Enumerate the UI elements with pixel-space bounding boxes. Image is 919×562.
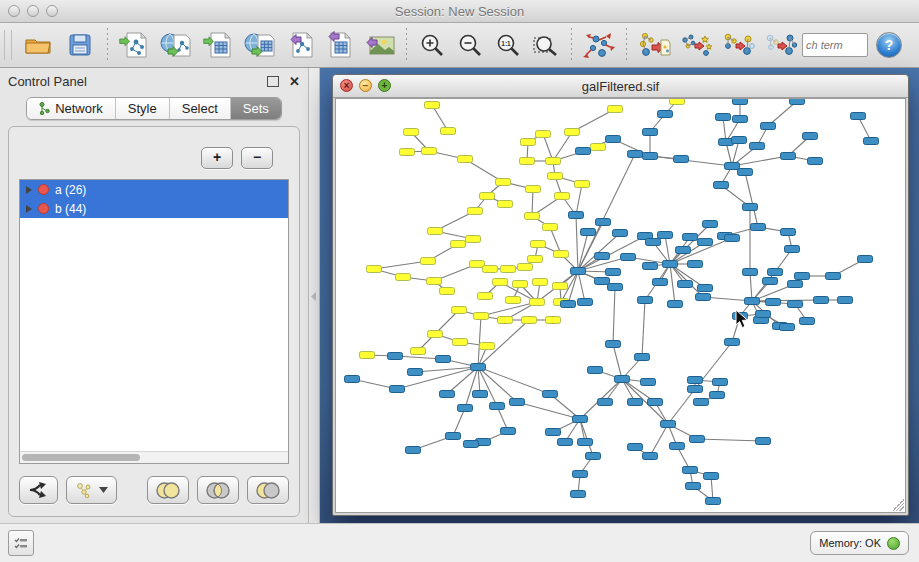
network-canvas[interactable] xyxy=(335,98,906,513)
graph-node-blue xyxy=(578,299,593,306)
show-all-button[interactable] xyxy=(760,27,800,63)
zoom-actual-size-button[interactable]: 1:1 xyxy=(490,27,526,63)
set-row[interactable]: b (44) xyxy=(20,199,288,218)
set-row[interactable]: a (26) xyxy=(20,180,288,199)
collapse-panel-arrow-icon[interactable] xyxy=(311,292,316,301)
set-intersection-button[interactable] xyxy=(197,476,239,504)
import-table-url-icon xyxy=(244,30,278,60)
main-area: Control Panel ✕ Network Style Select xyxy=(0,68,919,523)
tab-network[interactable]: Network xyxy=(27,98,116,119)
graph-node-blue xyxy=(501,428,516,435)
close-window-button[interactable] xyxy=(8,5,20,17)
graph-node-yellow xyxy=(526,186,541,193)
add-set-button[interactable]: + xyxy=(201,147,233,169)
network-frame-titlebar[interactable]: × − + galFiltered.sif xyxy=(333,75,908,98)
frame-resize-grip[interactable] xyxy=(892,499,904,511)
tab-style[interactable]: Style xyxy=(116,98,170,119)
toolbar-separator xyxy=(406,28,407,62)
graph-node-blue xyxy=(761,123,776,130)
graph-node-blue xyxy=(643,129,658,136)
split-icon xyxy=(28,481,50,499)
network-view-frame[interactable]: × − + galFiltered.sif xyxy=(332,74,909,516)
graph-node-blue xyxy=(733,99,748,105)
expander-triangle-icon[interactable] xyxy=(26,205,32,213)
tab-sets-label: Sets xyxy=(243,101,269,116)
import-table-file-button[interactable] xyxy=(199,27,239,63)
graph-node-blue xyxy=(663,261,678,268)
graph-node-blue xyxy=(743,269,758,276)
panel-splitter[interactable] xyxy=(309,68,320,523)
zoom-out-button[interactable] xyxy=(452,27,488,63)
set-actions: + − xyxy=(17,135,291,179)
export-table-button[interactable] xyxy=(321,27,357,63)
scrollbar-thumb[interactable] xyxy=(22,454,140,461)
zoom-window-button[interactable] xyxy=(46,5,58,17)
new-network-from-selection-button[interactable] xyxy=(634,27,674,63)
tab-sets[interactable]: Sets xyxy=(231,98,281,119)
graph-node-yellow xyxy=(575,181,590,188)
zoom-in-button[interactable] xyxy=(414,27,450,63)
svg-text:1:1: 1:1 xyxy=(501,40,511,47)
memory-status-badge[interactable]: Memory: OK xyxy=(810,531,909,555)
open-session-button[interactable] xyxy=(18,27,58,63)
task-history-button[interactable] xyxy=(8,530,34,556)
set-union-button[interactable] xyxy=(147,476,189,504)
float-panel-icon[interactable] xyxy=(267,76,279,87)
graph-node-yellow xyxy=(506,297,521,304)
export-network-button[interactable] xyxy=(283,27,319,63)
graph-node-yellow xyxy=(451,241,466,248)
frame-minimize-button[interactable]: − xyxy=(359,79,372,92)
hide-selected-button[interactable] xyxy=(718,27,758,63)
zoom-fit-selected-button[interactable] xyxy=(528,27,564,63)
import-table-url-button[interactable] xyxy=(241,27,281,63)
graph-node-yellow xyxy=(554,251,569,258)
save-floppy-icon xyxy=(67,32,93,58)
graph-node-yellow xyxy=(400,149,415,156)
first-neighbors-button[interactable] xyxy=(676,27,716,63)
graph-node-yellow xyxy=(591,144,606,151)
graph-node-yellow xyxy=(536,131,551,138)
set-difference-button[interactable] xyxy=(247,476,289,504)
graph-node-blue xyxy=(510,399,525,406)
help-button[interactable]: ? xyxy=(876,32,902,58)
create-set-from-network-button[interactable] xyxy=(66,476,117,504)
graph-node-blue xyxy=(704,473,719,480)
graph-node-blue xyxy=(788,301,803,308)
sets-list[interactable]: a (26)b (44) xyxy=(19,179,289,464)
expander-triangle-icon[interactable] xyxy=(26,186,32,194)
graph-node-yellow xyxy=(367,266,382,273)
control-panel-title: Control Panel xyxy=(8,74,87,89)
graph-node-blue xyxy=(781,153,796,160)
graph-node-blue xyxy=(658,111,673,118)
split-set-button[interactable] xyxy=(19,476,58,504)
graph-node-blue xyxy=(725,163,740,170)
import-network-file-button[interactable] xyxy=(115,27,155,63)
apply-layout-button[interactable] xyxy=(579,27,619,63)
close-panel-icon[interactable]: ✕ xyxy=(289,75,300,88)
graph-node-blue xyxy=(683,467,698,474)
graph-node-blue xyxy=(670,443,685,450)
frame-maximize-button[interactable]: + xyxy=(378,79,391,92)
horizontal-scrollbar[interactable] xyxy=(20,451,288,463)
tab-select[interactable]: Select xyxy=(170,98,231,119)
graph-node-yellow xyxy=(555,193,570,200)
graph-node-yellow xyxy=(520,158,535,165)
search-input[interactable] xyxy=(802,33,868,57)
graph-node-blue xyxy=(756,438,771,445)
frame-close-button[interactable]: × xyxy=(340,79,353,92)
export-image-button[interactable] xyxy=(359,27,399,63)
graph-node-blue xyxy=(696,294,711,301)
save-session-button[interactable] xyxy=(60,27,100,63)
graph-node-blue xyxy=(390,386,405,393)
network-graph[interactable] xyxy=(336,99,906,512)
graph-node-yellow xyxy=(458,156,473,163)
graph-node-yellow xyxy=(548,173,563,180)
graph-node-blue xyxy=(606,136,621,143)
import-network-url-button[interactable] xyxy=(157,27,197,63)
dropdown-arrow-icon[interactable] xyxy=(99,487,108,493)
graph-node-blue xyxy=(795,273,810,280)
graph-node-blue xyxy=(678,281,693,288)
remove-set-button[interactable]: − xyxy=(241,147,273,169)
zoom-actual-size-icon: 1:1 xyxy=(495,32,521,58)
minimize-window-button[interactable] xyxy=(27,5,39,17)
